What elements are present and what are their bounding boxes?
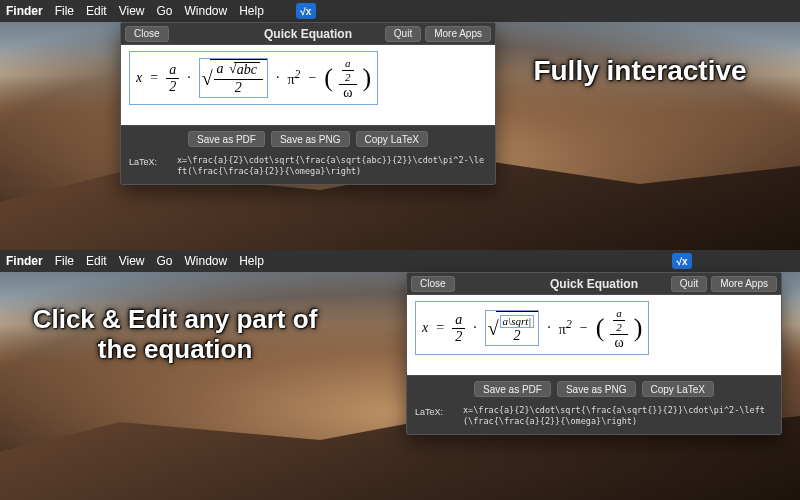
top-scene: Finder File Edit View Go Window Help √x … bbox=[0, 0, 800, 250]
left-paren-icon: ( bbox=[324, 68, 333, 89]
eq-frac-a-over-2[interactable]: a 2 bbox=[166, 63, 179, 94]
more-apps-button[interactable]: More Apps bbox=[425, 26, 491, 42]
equation-editor[interactable]: x = a 2 · √ a\sqrt| 2 · bbox=[407, 295, 781, 375]
eq-pi-squared[interactable]: π2 bbox=[559, 318, 572, 338]
promo-tagline: Fully interactive bbox=[530, 55, 750, 87]
quick-equation-menubar-icon[interactable]: √x bbox=[672, 253, 692, 269]
quit-button[interactable]: Quit bbox=[385, 26, 421, 42]
menu-edit[interactable]: Edit bbox=[86, 254, 107, 268]
right-paren-icon: ) bbox=[363, 68, 372, 89]
latex-label: LaTeX: bbox=[415, 405, 455, 417]
close-button[interactable]: Close bbox=[411, 276, 455, 292]
menu-window[interactable]: Window bbox=[185, 4, 228, 18]
menubar-app[interactable]: Finder bbox=[6, 254, 43, 268]
eq-nested-frac[interactable]: a 2 ω bbox=[610, 306, 628, 350]
latex-output[interactable]: x=\frac{a}{2}\cdot\sqrt{\frac{a\sqrt{}}{… bbox=[463, 405, 773, 426]
more-apps-button[interactable]: More Apps bbox=[711, 276, 777, 292]
equals-sign: = bbox=[148, 70, 160, 86]
quick-equation-menubar-icon[interactable]: √x bbox=[296, 3, 316, 19]
menubar: Finder File Edit View Go Window Help √x bbox=[0, 250, 800, 272]
quick-equation-panel: Close Quick Equation Quit More Apps x = … bbox=[120, 22, 496, 185]
latex-output-row: LaTeX: x=\frac{a}{2}\cdot\sqrt{\frac{a\s… bbox=[407, 401, 781, 434]
eq-sqrt-frac[interactable]: a\sqrt| 2 bbox=[500, 315, 535, 343]
panel-actions: Save as PDF Save as PNG Copy LaTeX bbox=[407, 375, 781, 401]
latex-output[interactable]: x=\frac{a}{2}\cdot\sqrt{\frac{a\sqrt{abc… bbox=[177, 155, 487, 176]
dot-operator-icon: · bbox=[545, 320, 553, 336]
menu-edit[interactable]: Edit bbox=[86, 4, 107, 18]
menu-help[interactable]: Help bbox=[239, 4, 264, 18]
menubar-app[interactable]: Finder bbox=[6, 4, 43, 18]
menu-file[interactable]: File bbox=[55, 4, 74, 18]
eq-inner-sqrt[interactable]: √ abc bbox=[227, 62, 260, 78]
panel-header: Close Quick Equation Quit More Apps bbox=[407, 273, 781, 295]
eq-frac-a-over-2[interactable]: a 2 bbox=[452, 313, 465, 344]
menu-view[interactable]: View bbox=[119, 4, 145, 18]
latex-output-row: LaTeX: x=\frac{a}{2}\cdot\sqrt{\frac{a\s… bbox=[121, 151, 495, 184]
dot-operator-icon: · bbox=[471, 320, 479, 336]
save-png-button[interactable]: Save as PNG bbox=[557, 381, 636, 397]
menu-file[interactable]: File bbox=[55, 254, 74, 268]
left-paren-icon: ( bbox=[596, 318, 605, 339]
save-pdf-button[interactable]: Save as PDF bbox=[474, 381, 551, 397]
latex-label: LaTeX: bbox=[129, 155, 169, 167]
copy-latex-button[interactable]: Copy LaTeX bbox=[356, 131, 428, 147]
equation-root-box[interactable]: x = a 2 · √ a √ abc bbox=[129, 51, 378, 105]
panel-actions: Save as PDF Save as PNG Copy LaTeX bbox=[121, 125, 495, 151]
eq-sqrt-frac[interactable]: a √ abc 2 bbox=[214, 62, 263, 95]
quit-button[interactable]: Quit bbox=[671, 276, 707, 292]
menu-help[interactable]: Help bbox=[239, 254, 264, 268]
equals-sign: = bbox=[434, 320, 446, 336]
bottom-scene: Finder File Edit View Go Window Help √x … bbox=[0, 250, 800, 500]
eq-editing-token[interactable]: a\sqrt| bbox=[500, 315, 535, 328]
minus-sign: − bbox=[578, 320, 590, 336]
dot-operator-icon: · bbox=[274, 70, 282, 86]
menu-window[interactable]: Window bbox=[185, 254, 228, 268]
menu-go[interactable]: Go bbox=[157, 254, 173, 268]
dot-operator-icon: · bbox=[185, 70, 193, 86]
save-pdf-button[interactable]: Save as PDF bbox=[188, 131, 265, 147]
save-png-button[interactable]: Save as PNG bbox=[271, 131, 350, 147]
eq-nested-frac[interactable]: a 2 ω bbox=[339, 56, 357, 100]
close-button[interactable]: Close bbox=[125, 26, 169, 42]
eq-outer-sqrt[interactable]: √ a √ abc 2 bbox=[199, 58, 268, 98]
promo-tagline: Click & Edit any part of the equation bbox=[30, 305, 320, 365]
eq-outer-sqrt[interactable]: √ a\sqrt| 2 bbox=[485, 310, 540, 346]
eq-lhs[interactable]: x bbox=[422, 320, 428, 336]
minus-sign: − bbox=[306, 70, 318, 86]
right-paren-icon: ) bbox=[634, 318, 643, 339]
eq-pi-squared[interactable]: π2 bbox=[288, 68, 301, 88]
eq-lhs[interactable]: x bbox=[136, 70, 142, 86]
copy-latex-button[interactable]: Copy LaTeX bbox=[642, 381, 714, 397]
quick-equation-panel: Close Quick Equation Quit More Apps x = … bbox=[406, 272, 782, 435]
panel-header: Close Quick Equation Quit More Apps bbox=[121, 23, 495, 45]
menu-go[interactable]: Go bbox=[157, 4, 173, 18]
equation-editor[interactable]: x = a 2 · √ a √ abc bbox=[121, 45, 495, 125]
menu-view[interactable]: View bbox=[119, 254, 145, 268]
menubar: Finder File Edit View Go Window Help √x bbox=[0, 0, 800, 22]
equation-root-box[interactable]: x = a 2 · √ a\sqrt| 2 · bbox=[415, 301, 649, 355]
